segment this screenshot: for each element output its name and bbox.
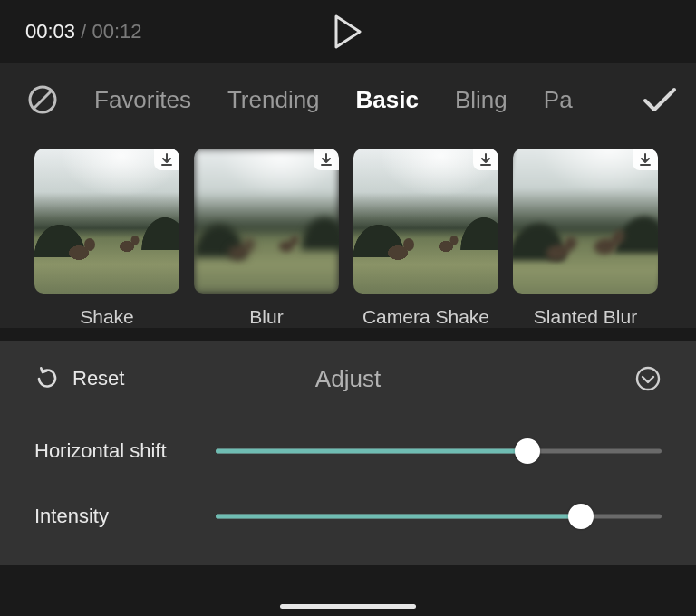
intensity-slider[interactable] — [216, 504, 662, 529]
category-tabs: Favorites Trending Basic Bling Pa — [0, 63, 696, 136]
download-icon — [480, 153, 491, 166]
download-badge[interactable] — [314, 149, 339, 170]
effect-label: Camera Shake — [353, 306, 498, 328]
effect-blur[interactable]: Blur — [194, 149, 339, 328]
reset-label: Reset — [72, 367, 124, 390]
slider-label: Horizontal shift — [34, 439, 216, 463]
slider-intensity: Intensity — [34, 504, 662, 529]
reset-icon — [34, 366, 60, 391]
slider-thumb[interactable] — [515, 438, 540, 464]
effects-strip[interactable]: Shake Blur Camera Shake Slanted Blur — [0, 136, 696, 328]
player-bar: 00:03 / 00:12 — [0, 0, 696, 63]
slider-fill — [216, 515, 581, 519]
reset-button[interactable]: Reset — [34, 366, 124, 391]
slider-fill — [216, 449, 527, 454]
tab-trending[interactable]: Trending — [227, 86, 320, 114]
download-icon — [321, 153, 332, 166]
download-badge[interactable] — [154, 149, 179, 170]
slider-horizontal-shift: Horizontal shift — [34, 438, 662, 464]
duration-time: 00:12 — [92, 20, 141, 43]
adjust-header: Reset Adjust — [34, 359, 662, 399]
home-indicator[interactable] — [280, 604, 416, 609]
collapse-button[interactable] — [634, 365, 662, 392]
effect-label: Shake — [34, 306, 179, 328]
effect-shake[interactable]: Shake — [34, 149, 179, 328]
play-button[interactable] — [333, 14, 363, 49]
tab-bling[interactable]: Bling — [455, 86, 508, 114]
download-badge[interactable] — [633, 149, 658, 170]
effect-thumbnail — [353, 149, 498, 294]
download-icon — [640, 153, 651, 166]
effect-label: Slanted Blur — [513, 306, 658, 328]
effect-camera-shake[interactable]: Camera Shake — [353, 149, 498, 328]
chevron-down-circle-icon — [634, 365, 662, 392]
adjust-title: Adjust — [315, 365, 381, 393]
adjust-panel: Reset Adjust Horizontal shift Intensity — [0, 341, 696, 565]
confirm-button[interactable] — [640, 81, 678, 119]
no-effect-button[interactable] — [27, 84, 58, 115]
time-separator: / — [75, 20, 92, 43]
effect-slanted-blur[interactable]: Slanted Blur — [513, 149, 658, 328]
effect-thumbnail — [513, 149, 658, 294]
effect-label: Blur — [194, 306, 339, 328]
playback-time: 00:03 / 00:12 — [25, 20, 141, 43]
tab-basic[interactable]: Basic — [356, 86, 419, 114]
effect-thumbnail — [194, 149, 339, 294]
slider-label: Intensity — [34, 505, 216, 528]
svg-point-2 — [637, 368, 659, 390]
tab-favorites[interactable]: Favorites — [94, 86, 191, 114]
svg-line-1 — [34, 91, 52, 109]
play-icon — [333, 14, 363, 49]
cancel-circle-icon — [27, 84, 58, 115]
effect-thumbnail — [34, 149, 179, 294]
current-time: 00:03 — [25, 20, 75, 43]
slider-thumb[interactable] — [568, 504, 594, 529]
horizontal-shift-slider[interactable] — [216, 438, 662, 464]
tab-party[interactable]: Pa — [544, 86, 573, 114]
download-icon — [161, 153, 172, 166]
check-icon — [640, 81, 678, 119]
download-badge[interactable] — [473, 149, 498, 170]
